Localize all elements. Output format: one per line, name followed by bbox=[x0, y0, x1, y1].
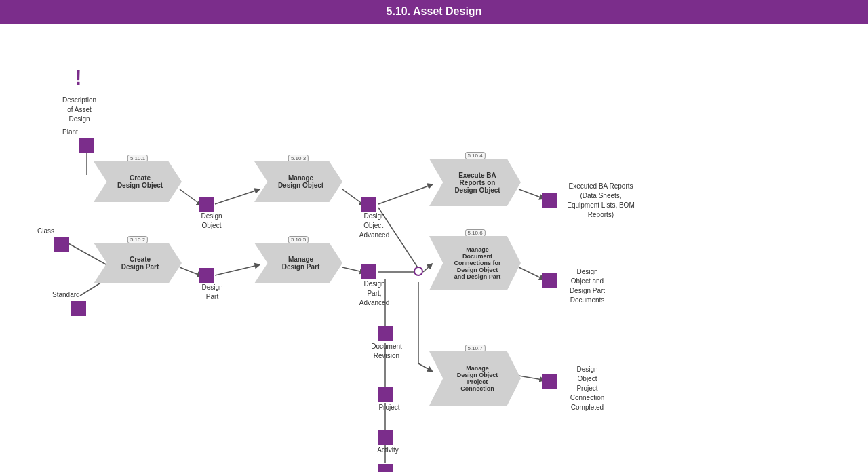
step-4-label: ManageDesign Part bbox=[265, 256, 332, 271]
svg-line-4 bbox=[215, 190, 258, 204]
step-3-label: ManageDesign Object bbox=[261, 174, 336, 189]
design-part-adv-label: DesignPart,Advanced bbox=[350, 279, 399, 308]
output-1-label: Executed BA Reports(Data Sheets,Equipmen… bbox=[560, 182, 642, 220]
plant-square bbox=[79, 138, 94, 153]
step-7-num: 5.10.7 bbox=[465, 345, 485, 352]
step-6-num: 5.10.6 bbox=[465, 229, 485, 237]
step-5-label: Execute BAReports onDesign Object bbox=[437, 172, 512, 194]
design-part-square bbox=[199, 268, 214, 283]
svg-line-14 bbox=[519, 267, 542, 279]
step-7-shape: ManageDesign ObjectProjectConnection bbox=[429, 351, 521, 406]
step-3-shape: ManageDesign Object bbox=[254, 161, 342, 202]
step-7-label: ManageDesign ObjectProjectConnection bbox=[440, 365, 511, 392]
description-icon: ! bbox=[75, 65, 82, 90]
design-part-adv-square bbox=[361, 264, 376, 279]
step-6-shape: ManageDocumentConnections forDesign Obje… bbox=[429, 236, 521, 290]
step-1-num: 5.10.1 bbox=[127, 155, 148, 162]
output-3-label: DesignObjectProjectConnectionCompleted bbox=[560, 365, 614, 412]
step-1-shape: CreateDesign Object bbox=[94, 161, 182, 202]
project-label: Project bbox=[369, 403, 410, 412]
activity-label: Activity bbox=[368, 446, 408, 455]
standard-label: Standard bbox=[52, 290, 80, 300]
svg-line-15 bbox=[519, 376, 542, 380]
step-5-container: 5.10.4 Execute BAReports onDesign Object bbox=[429, 159, 521, 206]
design-object-label: DesignObject bbox=[191, 212, 232, 231]
step-5-num: 5.10.4 bbox=[465, 152, 485, 159]
design-obj-adv-square bbox=[361, 197, 376, 212]
svg-line-8 bbox=[378, 185, 431, 204]
step-2-container: 5.10.2 CreateDesign Part bbox=[94, 243, 182, 283]
standard-square bbox=[71, 301, 86, 316]
description-label: Descriptionof AssetDesign bbox=[49, 96, 110, 124]
svg-line-13 bbox=[519, 189, 542, 198]
step-4-num: 5.10.5 bbox=[288, 236, 309, 243]
step-2-label: CreateDesign Part bbox=[104, 256, 172, 271]
svg-line-6 bbox=[215, 265, 258, 275]
step-3-num: 5.10.3 bbox=[288, 155, 309, 162]
step-4-container: 5.10.5 ManageDesign Part bbox=[254, 243, 342, 283]
circle-connector bbox=[414, 267, 423, 276]
svg-line-3 bbox=[180, 189, 200, 204]
step-7-container: 5.10.7 ManageDesign ObjectProjectConnect… bbox=[429, 351, 521, 406]
output-2-label: DesignObject andDesign PartDocuments bbox=[560, 267, 614, 305]
step-1-container: 5.10.1 CreateDesign Object bbox=[94, 161, 182, 202]
svg-line-7 bbox=[342, 189, 363, 204]
design-object-square bbox=[199, 197, 214, 212]
class-square bbox=[54, 237, 69, 252]
design-obj-adv-label: DesignObject,Advanced bbox=[350, 212, 399, 240]
step-2-num: 5.10.2 bbox=[127, 236, 148, 243]
step-5-shape: Execute BAReports onDesign Object bbox=[429, 159, 521, 206]
plant-label: Plant bbox=[62, 127, 78, 137]
page-title: 5.10. Asset Design bbox=[0, 0, 868, 24]
step-4-shape: ManageDesign Part bbox=[254, 243, 342, 283]
step-6-label: ManageDocumentConnections forDesign Obje… bbox=[437, 246, 513, 280]
project-square bbox=[378, 387, 393, 402]
doc-revision-label: DocumentRevision bbox=[359, 342, 414, 361]
svg-line-9 bbox=[342, 267, 363, 272]
milestone-square bbox=[378, 464, 393, 472]
output-2-square bbox=[542, 273, 557, 288]
step-1-label: CreateDesign Object bbox=[100, 174, 175, 189]
step-2-shape: CreateDesign Part bbox=[94, 243, 182, 283]
activity-square bbox=[378, 430, 393, 445]
step-3-container: 5.10.3 ManageDesign Object bbox=[254, 161, 342, 202]
output-3-square bbox=[542, 374, 557, 389]
step-6-container: 5.10.6 ManageDocumentConnections forDesi… bbox=[429, 236, 521, 290]
class-label: Class bbox=[37, 227, 54, 236]
output-1-square bbox=[542, 193, 557, 208]
diagram-canvas: ! Descriptionof AssetDesign Plant Class … bbox=[0, 24, 868, 472]
svg-line-5 bbox=[180, 267, 200, 275]
doc-revision-square bbox=[378, 326, 393, 341]
design-part-label: DesignPart bbox=[192, 283, 233, 302]
